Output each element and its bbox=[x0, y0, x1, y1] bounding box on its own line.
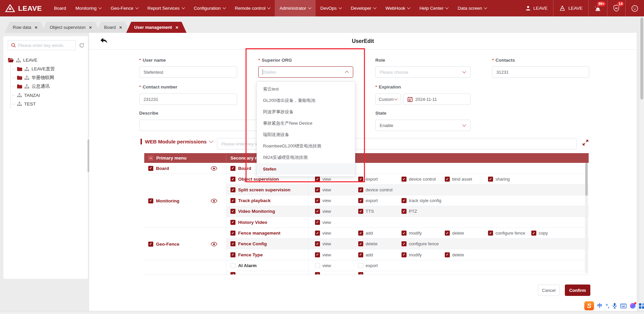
perm-checkbox[interactable] bbox=[358, 209, 363, 214]
tree-item-[interactable]: 云息通讯 bbox=[12, 82, 88, 91]
secondary-checkbox[interactable] bbox=[230, 187, 235, 192]
perm-checkbox[interactable] bbox=[488, 231, 493, 236]
secondary-checkbox[interactable] bbox=[230, 166, 235, 171]
org-option-gl200[interactable]: GL200借出设备，量能电池 bbox=[257, 95, 355, 106]
nav-item-help-center[interactable]: Help Center bbox=[415, 0, 453, 16]
contacts-input[interactable]: 31231 bbox=[492, 66, 589, 78]
nav-item-webhook[interactable]: WebHook bbox=[381, 0, 415, 16]
tree-item-[interactable]: 华册物联网 bbox=[12, 73, 88, 82]
ai-center[interactable]: AI 14 bbox=[607, 0, 625, 16]
account-menu[interactable]: LEAVE bbox=[520, 0, 553, 16]
perm-checkbox[interactable] bbox=[315, 231, 320, 236]
table-scrollbar-thumb[interactable] bbox=[585, 163, 588, 196]
perm-checkbox[interactable] bbox=[358, 272, 363, 274]
tab-row-data[interactable]: Row data bbox=[5, 22, 46, 33]
perm-checkbox[interactable] bbox=[445, 252, 450, 257]
close-icon[interactable] bbox=[89, 25, 92, 30]
perm-checkbox[interactable] bbox=[315, 252, 320, 257]
secondary-checkbox[interactable] bbox=[230, 241, 235, 246]
org-option-[interactable]: 阿波罗事故设备 bbox=[257, 106, 355, 118]
nav-item-developer[interactable]: Developer bbox=[346, 0, 381, 16]
nav-item-board[interactable]: Board bbox=[49, 0, 71, 16]
table-scrollbar[interactable] bbox=[585, 163, 588, 273]
select-all-checkbox[interactable] bbox=[148, 155, 153, 161]
expiration-date-input[interactable]: 2024-11-11 bbox=[403, 93, 471, 105]
org-option-0824[interactable]: 0824昊诚锂亚电池挂测 bbox=[257, 152, 355, 163]
perm-checkbox[interactable] bbox=[315, 263, 320, 268]
tab-user-management[interactable]: User management bbox=[126, 22, 186, 33]
ime-grid-icon[interactable] bbox=[639, 303, 644, 309]
org-option-[interactable]: 瑞阳送测设备 bbox=[257, 129, 355, 140]
perm-checkbox[interactable] bbox=[315, 241, 320, 246]
perm-checkbox[interactable] bbox=[358, 198, 363, 203]
tree-item-tanzai[interactable]: TANZAI bbox=[12, 91, 88, 100]
confirm-button[interactable]: Confirm bbox=[565, 285, 590, 296]
secondary-checkbox[interactable] bbox=[230, 177, 235, 182]
nav-item-devops[interactable]: DevOps bbox=[316, 0, 346, 16]
org-option-new-device[interactable]: 事故紧急生产New Device bbox=[257, 118, 355, 129]
perm-checkbox[interactable] bbox=[401, 198, 407, 203]
perm-checkbox[interactable] bbox=[488, 177, 493, 182]
eye-icon[interactable] bbox=[211, 242, 217, 246]
page-scrollbar-thumb[interactable] bbox=[640, 17, 643, 100]
perm-checkbox[interactable] bbox=[358, 231, 363, 236]
ime-language-icon[interactable]: 中 bbox=[597, 303, 602, 309]
perm-checkbox[interactable] bbox=[315, 177, 320, 182]
brand-name[interactable]: LEAVE bbox=[18, 4, 42, 12]
nav-item-monitoring[interactable]: Monitoring bbox=[71, 0, 106, 16]
perm-checkbox[interactable] bbox=[358, 177, 363, 182]
close-icon[interactable] bbox=[175, 25, 178, 30]
nav-item-geo-fence[interactable]: Geo-Fence bbox=[106, 0, 143, 16]
sidebar-search[interactable] bbox=[8, 40, 76, 50]
page-scrollbar[interactable] bbox=[640, 16, 644, 314]
perm-checkbox[interactable] bbox=[531, 231, 536, 236]
perm-checkbox[interactable] bbox=[445, 231, 450, 236]
refresh-icon[interactable] bbox=[79, 43, 85, 48]
primary-checkbox[interactable] bbox=[148, 198, 153, 203]
tab-board[interactable]: Board bbox=[96, 22, 130, 33]
secondary-checkbox[interactable] bbox=[230, 220, 235, 225]
primary-checkbox[interactable] bbox=[148, 242, 153, 247]
close-icon[interactable] bbox=[119, 25, 122, 30]
nav-item-remote-control[interactable]: Remote control bbox=[230, 0, 275, 16]
secondary-checkbox[interactable] bbox=[230, 263, 235, 268]
assistant-menu[interactable] bbox=[625, 0, 644, 16]
perm-checkbox[interactable] bbox=[358, 252, 363, 257]
perm-checkbox[interactable] bbox=[358, 263, 363, 268]
perm-checkbox[interactable] bbox=[315, 220, 320, 225]
superior-org-select[interactable]: Stefen bbox=[258, 66, 353, 78]
eye-icon[interactable] bbox=[211, 166, 217, 171]
ime-punctuation-icon[interactable]: °, bbox=[606, 303, 609, 309]
perm-checkbox[interactable] bbox=[401, 241, 407, 246]
perm-checkbox[interactable] bbox=[401, 177, 407, 182]
nav-item-report-services[interactable]: Report Services bbox=[143, 0, 189, 16]
nav-item-configuration[interactable]: Configuration bbox=[189, 0, 230, 16]
tab-object-supervision[interactable]: Object supervision bbox=[42, 22, 100, 33]
expiration-mode-select[interactable]: Custom bbox=[375, 93, 401, 105]
perm-checkbox[interactable] bbox=[401, 252, 407, 257]
brand-logo-icon[interactable] bbox=[5, 4, 15, 12]
tree-item-test[interactable]: TEST bbox=[12, 100, 88, 108]
close-icon[interactable] bbox=[35, 25, 38, 30]
secondary-checkbox[interactable] bbox=[230, 209, 235, 214]
secondary-checkbox[interactable] bbox=[230, 252, 235, 257]
sidebar-search-input[interactable] bbox=[18, 43, 72, 48]
tree-root[interactable]: LEAVE bbox=[8, 56, 88, 65]
perm-checkbox[interactable] bbox=[358, 241, 363, 246]
tree-item-leave[interactable]: LEAVE直营 bbox=[12, 65, 88, 73]
perm-checkbox[interactable] bbox=[315, 272, 320, 274]
perm-checkbox[interactable] bbox=[401, 231, 407, 236]
org-option-test[interactable]: 索云test bbox=[257, 83, 355, 95]
web-module-permissions-toggle[interactable]: WEB Module permissions bbox=[141, 139, 213, 144]
cancel-button[interactable]: Cancel bbox=[538, 285, 560, 296]
eye-icon[interactable] bbox=[211, 199, 217, 203]
expand-icon[interactable] bbox=[582, 139, 589, 147]
nav-item-data-screen[interactable]: Data screen bbox=[453, 0, 491, 16]
panel-scrollbar-thumb[interactable] bbox=[88, 139, 89, 172]
org-option-stefen[interactable]: Stefen bbox=[257, 163, 355, 175]
perm-checkbox[interactable] bbox=[315, 198, 320, 203]
alarm-center[interactable]: 99+ bbox=[588, 0, 607, 16]
perm-checkbox[interactable] bbox=[445, 177, 450, 182]
perm-checkbox[interactable] bbox=[315, 187, 320, 192]
org-menu[interactable]: LEAVE bbox=[553, 0, 588, 16]
